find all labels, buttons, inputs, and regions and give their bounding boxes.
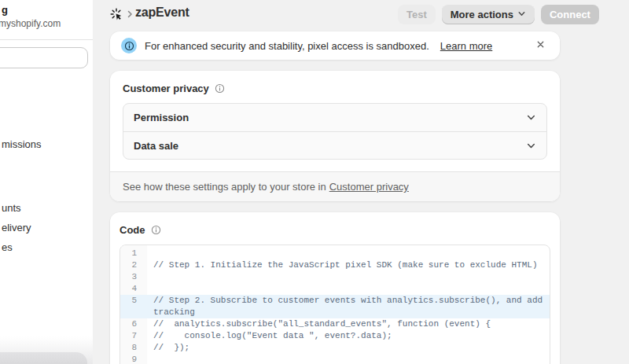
sidebar-divider: [0, 39, 93, 40]
line-number: 7: [120, 330, 147, 342]
sandbox-info-banner: For enhanced security and stability, pix…: [110, 31, 560, 60]
line-number: 6: [120, 318, 147, 330]
settings-search-input[interactable]: [0, 47, 88, 68]
permission-label: Permission: [134, 112, 189, 123]
sidebar-item-permissions[interactable]: missions: [2, 138, 42, 152]
chevron-down-icon: [526, 112, 536, 123]
line-number: 9: [120, 354, 147, 364]
info-icon[interactable]: [151, 225, 161, 235]
sidebar-bottom-card: [0, 352, 87, 364]
test-button[interactable]: Test: [398, 5, 436, 24]
store-domain: myshopify.com: [0, 18, 61, 29]
code-line: 1: [120, 248, 550, 259]
privacy-footer-text: See how these settings apply to your sto…: [123, 181, 326, 193]
code-line: 9: [120, 354, 550, 364]
more-actions-label: More actions: [451, 9, 513, 20]
line-text: [147, 271, 550, 283]
code-line: 7 // console.log("Event data ", event?.d…: [120, 330, 550, 342]
line-text: // Step 2. Subscribe to customer events …: [147, 295, 550, 318]
line-number: 8: [120, 342, 147, 354]
code-title: Code: [120, 224, 145, 236]
connect-button[interactable]: Connect: [541, 5, 599, 24]
code-line: 4: [120, 283, 550, 295]
privacy-card-footer: See how these settings apply to your sto…: [110, 171, 560, 201]
code-card: Code 1 2 // Step 1. Initialize the JavaS…: [110, 212, 560, 364]
code-line: 3: [120, 271, 550, 283]
banner-message: For enhanced security and stability, pix…: [145, 40, 429, 52]
line-number: 3: [120, 271, 147, 283]
info-icon: [121, 38, 137, 53]
line-text: // analytics.subscribe("all_standard_eve…: [147, 318, 550, 330]
code-line: 8 // });: [120, 342, 550, 354]
code-line: 6 // analytics.subscribe("all_standard_e…: [120, 318, 550, 330]
code-line: 2 // Step 1. Initialize the JavaScript p…: [120, 259, 550, 271]
code-line-highlighted: 5 // Step 2. Subscribe to customer event…: [120, 295, 550, 318]
line-number: 5: [120, 295, 147, 318]
customer-privacy-title: Customer privacy: [123, 83, 209, 94]
code-editor[interactable]: 1 2 // Step 1. Initialize the JavaScript…: [120, 245, 550, 364]
line-number: 1: [120, 248, 147, 259]
line-text: // });: [147, 342, 550, 354]
store-name: g: [2, 4, 8, 16]
code-lines: 1 2 // Step 1. Initialize the JavaScript…: [120, 245, 550, 364]
sidebar-item-taxes[interactable]: es: [2, 241, 13, 255]
pixel-event-icon: [110, 8, 123, 20]
page-title: zapEvent: [135, 6, 189, 20]
customer-privacy-card: Customer privacy Permission Data sale: [110, 71, 560, 201]
line-text: [147, 283, 550, 295]
line-text: // Step 1. Initialize the JavaScript pix…: [147, 259, 550, 271]
line-number: 4: [120, 283, 147, 295]
learn-more-link[interactable]: Learn more: [440, 40, 492, 52]
close-icon: [535, 39, 546, 52]
sidebar-item-accounts[interactable]: unts: [2, 202, 21, 215]
sidebar-item-delivery[interactable]: elivery: [2, 222, 31, 235]
privacy-accordion: Permission Data sale: [123, 103, 547, 160]
chevron-right-icon: [125, 9, 134, 19]
chevron-down-icon: [517, 9, 526, 20]
settings-sidebar: g myshopify.com missions unts elivery es: [0, 0, 93, 364]
chevron-down-icon: [526, 141, 536, 151]
data-sale-accordion-row[interactable]: Data sale: [123, 131, 546, 159]
line-text: [147, 354, 550, 364]
banner-close-button[interactable]: [532, 37, 549, 54]
customer-privacy-link[interactable]: Customer privacy: [329, 181, 409, 193]
info-icon[interactable]: [215, 83, 225, 94]
permission-accordion-row[interactable]: Permission: [123, 104, 546, 131]
more-actions-button[interactable]: More actions: [442, 5, 535, 24]
line-text: [147, 248, 550, 259]
line-number: 2: [120, 259, 147, 271]
data-sale-label: Data sale: [134, 140, 178, 152]
header-actions: Test More actions Connect: [398, 5, 599, 24]
line-text: // console.log("Event data ", event?.dat…: [147, 330, 550, 342]
